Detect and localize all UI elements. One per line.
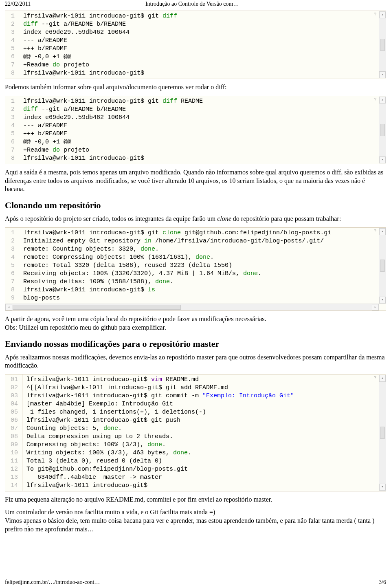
scroll-left-icon[interactable]: ◂: [5, 304, 12, 311]
help-icon[interactable]: ?: [372, 97, 378, 102]
code-block-2: 12345678 lfrsilva@wrk-1011 introducao-gi…: [5, 96, 386, 164]
scroll-thumb[interactable]: [380, 427, 385, 439]
scroll-thumb[interactable]: [380, 260, 385, 272]
scroll-thumb[interactable]: [380, 39, 385, 51]
scroll-down-icon[interactable]: ▾: [379, 484, 386, 491]
code-content: lfrsilva@wrk-1011 introducao-git$ git di…: [19, 96, 386, 164]
text: Um controlador de versão nos facilita mu…: [5, 509, 215, 515]
scroll-down-icon[interactable]: ▾: [379, 156, 386, 163]
scroll-right-icon[interactable]: ▸: [372, 304, 379, 311]
scroll-down-icon[interactable]: ▾: [379, 71, 386, 78]
page-footer: felipedjinn.com.br/…/introduo-ao-cont… 3…: [5, 579, 386, 586]
text: Após o repositório do projeto ser criado…: [5, 215, 217, 222]
footer-page: 3/6: [379, 579, 386, 586]
text: Vimos apenas o básico dele, tem muito co…: [5, 517, 374, 533]
heading: Clonando um repositório: [5, 200, 386, 211]
paragraph: Após realizarmos nossas modificações, de…: [5, 353, 386, 370]
header-title: Introdução ao Controle de Versão com…: [31, 1, 354, 7]
help-icon[interactable]: ?: [372, 228, 378, 234]
line-numbers: 12345678: [5, 96, 19, 164]
line-numbers: 0102030405060708091011121314: [5, 374, 22, 491]
h-scrollbar[interactable]: ◂ ▸: [5, 304, 379, 311]
paragraph: Fiz uma pequena alteração no arquivo REA…: [5, 496, 386, 504]
code-block-1: 12345678 lfrsilva@wrk-1011 introducao-gi…: [5, 11, 386, 79]
code-block-4: 0102030405060708091011121314 lfrsilva@wr…: [5, 374, 386, 491]
scroll-up-icon[interactable]: ▴: [379, 97, 386, 104]
help-icon[interactable]: ?: [372, 11, 378, 17]
scroll-up-icon[interactable]: ▴: [379, 375, 386, 382]
help-icon[interactable]: ?: [372, 375, 378, 381]
v-scrollbar[interactable]: ▴ ▾: [379, 11, 386, 78]
paragraph: A partir de agora, você tem uma cópia lo…: [5, 315, 386, 332]
emphasis: clone: [217, 215, 231, 222]
line-numbers: 123456789: [5, 228, 19, 304]
scroll-up-icon[interactable]: ▴: [379, 228, 386, 235]
scroll-down-icon[interactable]: ▾: [379, 297, 386, 304]
code-content: lfrsilva@wrk-1011 introducao-git$ git di…: [19, 11, 386, 79]
scroll-up-icon[interactable]: ▴: [379, 11, 386, 18]
scroll-thumb[interactable]: [380, 124, 385, 136]
page-header: 22/02/2011 Introdução ao Controle de Ver…: [5, 0, 386, 8]
paragraph: Podemos também informar sobre qual arqui…: [5, 83, 386, 92]
code-block-3: 123456789 lfrsilva@wrk-1011 introducao-g…: [5, 227, 386, 311]
text: A partir de agora, você tem uma cópia lo…: [5, 315, 266, 322]
v-scrollbar[interactable]: ▴ ▾: [379, 97, 386, 163]
scroll-thumb[interactable]: [13, 305, 181, 310]
header-date: 22/02/2011: [5, 1, 31, 7]
line-numbers: 12345678: [5, 11, 19, 79]
paragraph: Um controlador de versão nos facilita mu…: [5, 508, 386, 533]
text: do repositório para que possam trabalhar…: [231, 215, 341, 222]
code-content: lfrsilva@wrk-1011 introducao-git$ git cl…: [19, 228, 386, 304]
v-scrollbar[interactable]: ▴ ▾: [379, 228, 386, 304]
text: Obs: Utilizei um repositório meu do gith…: [5, 324, 166, 331]
paragraph: Aqui a saída é a mesma, pois temos apena…: [5, 168, 386, 194]
footer-url: felipedjinn.com.br/…/introduo-ao-cont…: [5, 579, 100, 586]
paragraph: Após o repositório do projeto ser criado…: [5, 215, 386, 223]
v-scrollbar[interactable]: ▴ ▾: [379, 375, 386, 491]
heading: Enviando nossas modificações para o repo…: [5, 339, 386, 349]
code-content: lfrsilva@wrk-1011 introducao-git$ vim RE…: [22, 374, 386, 491]
